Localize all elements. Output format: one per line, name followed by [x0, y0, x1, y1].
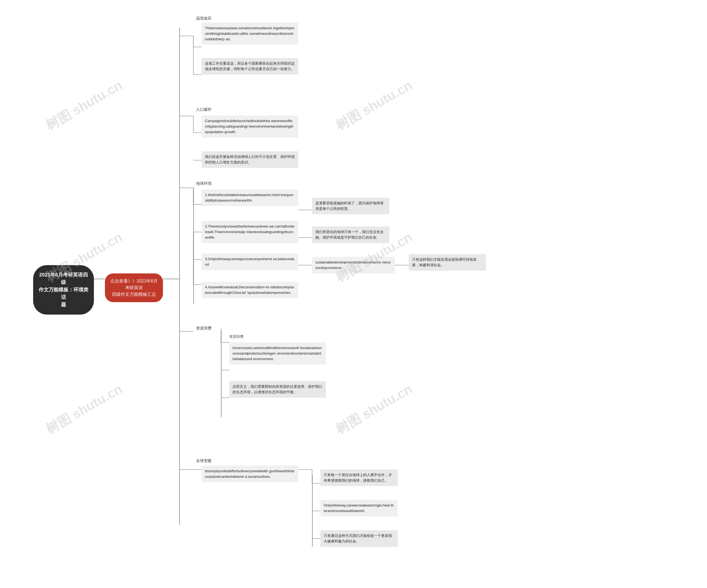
- resource-en-box: Inconclusion,weshouldlimittheoverouseoft…: [229, 342, 326, 365]
- link-node[interactable]: 点击查看》》2021年6月考研英语 四级作文万能模板汇总: [105, 273, 163, 302]
- category-warming: 全球变暖: [196, 458, 211, 463]
- earth4-en-box: 4.Asiswellknowntoall,theconservation-mi …: [202, 282, 298, 298]
- warming-en-box: itisonlybyunitedeffortsofeveryonedwellin…: [202, 466, 298, 482]
- earth3-en-box: 3.Onlyinthiswaycanwepursuecomprehensi ve…: [202, 254, 298, 270]
- earth1-zh-box: 是需要采取措施的时候了，因为保护地球母亲是每个公民的职责。: [312, 198, 390, 214]
- earth3-zh2-box: 只有这样我们才能实现全面协调可持续发展，构建和谐社会。: [409, 254, 486, 271]
- earth2-en-box: 2.Thereisonlyoneearthwhichwecanlivein.we…: [202, 221, 298, 243]
- resource-zh-box: 总而言之，我们需要限制自然资源的过度使用，保护我们的生态环境，以便维持生态环境的…: [229, 381, 326, 398]
- earth3-zh1-box: sustainabledevelopmentandmakeaharmo niou…: [312, 257, 395, 273]
- central-node: 2021年6月考研英语四级 作文万能模板：环境类话 题: [33, 265, 94, 315]
- resource-sub-label: 资源浪费: [229, 334, 244, 339]
- earth1-en-box: 1.Itistimeforustotakemeasuresasitiseachc…: [202, 190, 298, 206]
- category-earth: 地球环境: [196, 181, 211, 186]
- earth-vertical-line: [193, 188, 194, 304]
- category-resource: 资源浪费: [196, 326, 211, 331]
- warming-vertical-line: [312, 475, 313, 547]
- population-zh-box: 我们应该开展各种活动增强人们对于计划生育、保护环境和控制人口增长方面的意识。: [202, 151, 298, 168]
- category-greenhouse: 温室效应: [196, 16, 211, 21]
- category-population: 人口爆炸: [196, 107, 211, 112]
- warming-zh2-box: Onlyinthisway,canwecreateastronger,heal …: [321, 500, 398, 517]
- greenhouse-zh-box: 这项工作任重道远，所以各个国家要联合起来共同组织这场全球性的灾难，同时每个公民也…: [202, 58, 298, 74]
- population-en-box: Campaignsshouldbelaunchedtoraisethea war…: [202, 116, 298, 137]
- greenhouse-en-box: Thisisnotaneasytask,sonationsshouldwork …: [202, 23, 298, 45]
- earth2-zh-box: 我们所居住的地球只有一个，我们无法失去她。保护环境就是守护我们自己的生命。: [312, 226, 390, 243]
- resource-vertical-line: [221, 329, 222, 417]
- warming-zh1-box: 只有每一个居住在地球上的人携手合作，才有希望拯救我们的地球，拯救我们自己。: [321, 469, 398, 486]
- mind-map: 2021年6月考研英语四级 作文万能模板：环境类话 题 点击查看》》2021年6…: [0, 0, 707, 588]
- warming-zh3-box: 只有通过这种方式我们才能创造一个更加强大健康和魅力的社会。: [321, 530, 398, 547]
